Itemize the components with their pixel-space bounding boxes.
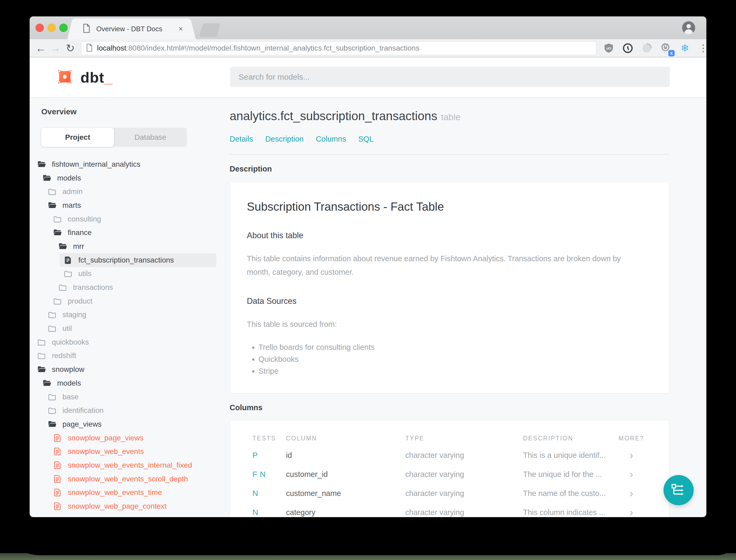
- page-favicon-icon: [83, 24, 91, 34]
- tree-item-consulting[interactable]: consulting: [49, 212, 217, 226]
- doc-sources-heading: Data Sources: [247, 296, 652, 306]
- grammarly-extension-icon[interactable]: [641, 43, 652, 54]
- tree-item-quickbooks[interactable]: quickbooks: [33, 335, 217, 349]
- test-badges: N: [253, 508, 286, 517]
- browser-menu-icon[interactable]: ⋮: [698, 43, 706, 54]
- url-text[interactable]: localhost:8080/index.html#!/model/model.…: [97, 44, 419, 52]
- folder-closed-icon: [37, 351, 46, 360]
- tree-item-snowplow_web_events_time[interactable]: snowplow_web_events_time: [49, 486, 217, 500]
- test-badges: P: [253, 451, 286, 460]
- address-bar[interactable]: localhost:8080/index.html#!/model/model.…: [81, 41, 596, 55]
- tree-item-base[interactable]: base: [44, 390, 217, 404]
- column-row-customer_name[interactable]: Ncustomer_namecharacter varyingThe name …: [253, 484, 647, 503]
- tree-item-fct_subscription_transactions[interactable]: fct_subscription_transactions: [60, 253, 217, 267]
- row-expand-chevron-icon[interactable]: ›: [618, 488, 647, 499]
- lineage-graph-button[interactable]: [663, 475, 694, 505]
- model-nav-sql[interactable]: SQL: [358, 135, 373, 143]
- folder-open-icon: [53, 228, 62, 237]
- model-nav-columns[interactable]: Columns: [316, 135, 346, 143]
- doc-sources-intro: This table is sourced from:: [247, 318, 628, 331]
- tree-item-snowplow_web_events[interactable]: snowplow_web_events: [49, 445, 217, 458]
- tree-item-label: finance: [68, 228, 92, 237]
- dbt-logo[interactable]: dbt_: [56, 68, 112, 87]
- tree-item-label: staging: [62, 310, 86, 319]
- folder-closed-icon: [53, 297, 62, 306]
- reload-button[interactable]: ↻: [63, 43, 78, 53]
- tree-item-utils[interactable]: utils: [60, 267, 217, 281]
- tree-item-redshift[interactable]: redshift: [33, 349, 217, 363]
- tree-item-staging[interactable]: staging: [44, 308, 217, 322]
- column-type: character varying: [405, 451, 523, 460]
- row-expand-chevron-icon[interactable]: ›: [618, 469, 647, 480]
- tab-close-icon[interactable]: ×: [178, 24, 183, 33]
- row-expand-chevron-icon[interactable]: ›: [618, 507, 647, 517]
- column-description: The name of the custo...: [523, 489, 618, 498]
- tree-item-transactions[interactable]: transactions: [55, 281, 217, 294]
- sidebar-tab-project[interactable]: Project: [41, 128, 114, 147]
- folder-open-icon: [48, 201, 57, 210]
- tree-item-label: identification: [62, 406, 104, 415]
- file-outline-icon: [53, 447, 62, 456]
- column-name: customer_name: [286, 489, 405, 498]
- zoom-window-button[interactable]: [59, 24, 68, 32]
- sidebar-tab-database[interactable]: Database: [114, 128, 187, 147]
- file-solid-icon: [64, 256, 73, 265]
- tree-item-label: snowplow_page_views: [68, 434, 143, 442]
- model-nav-description[interactable]: Description: [265, 135, 304, 143]
- model-nav-details[interactable]: Details: [230, 135, 253, 143]
- tree-item-label: redshift: [52, 351, 76, 360]
- tree-item-marts[interactable]: marts: [44, 198, 217, 212]
- test-badge-n[interactable]: N: [253, 489, 258, 498]
- column-header-more: MORE?: [618, 435, 647, 442]
- test-badge-n[interactable]: N: [260, 470, 266, 478]
- tree-item-identification[interactable]: identification: [44, 404, 217, 417]
- url-path: :8080/index.html#!/model/model.fishtown_…: [126, 44, 419, 52]
- row-expand-chevron-icon[interactable]: ›: [618, 450, 647, 460]
- browser-profile-avatar[interactable]: [681, 21, 696, 35]
- tree-item-product[interactable]: product: [49, 294, 217, 308]
- forward-button[interactable]: →: [48, 43, 63, 53]
- tree-item-finance[interactable]: finance: [49, 226, 217, 240]
- test-badge-n[interactable]: N: [253, 508, 258, 517]
- tree-item-snowplow_web_page_context[interactable]: snowplow_web_page_context: [49, 499, 217, 513]
- tree-item-label: utils: [78, 269, 92, 278]
- tree-item-label: snowplow: [52, 365, 84, 374]
- folder-closed-icon: [37, 338, 46, 347]
- browser-tab[interactable]: Overview - DBT Docs ×: [75, 19, 188, 39]
- page-security-icon[interactable]: [86, 43, 93, 53]
- tree-item-util[interactable]: util: [44, 322, 217, 335]
- tree-item-page_views[interactable]: page_views: [44, 417, 217, 431]
- close-window-button[interactable]: [35, 24, 44, 32]
- column-row-category[interactable]: Ncategorycharacter varyingThis column in…: [253, 503, 647, 517]
- minimize-window-button[interactable]: [47, 24, 56, 32]
- test-badge-p[interactable]: P: [253, 451, 258, 459]
- tree-item-label: models: [57, 379, 81, 387]
- back-button[interactable]: ←: [33, 43, 48, 53]
- column-row-id[interactable]: Pidcharacter varyingThis is a unique ide…: [253, 446, 647, 465]
- tree-item-snowplow_web_events_scroll_depth[interactable]: snowplow_web_events_scroll_depth: [49, 472, 217, 486]
- snowflake-extension-icon[interactable]: ❄: [679, 43, 690, 54]
- folder-closed-icon: [58, 283, 67, 292]
- tree-item-label: snowplow_web_page_context: [68, 502, 167, 511]
- tree-item-snowplow[interactable]: snowplow: [33, 363, 217, 376]
- search-input[interactable]: [230, 67, 670, 87]
- ublock-extension-icon[interactable]: uO: [603, 43, 614, 54]
- new-tab-button[interactable]: [199, 23, 221, 37]
- tree-item-mrr[interactable]: mrr: [55, 240, 217, 253]
- column-row-customer_id[interactable]: FNcustomer_idcharacter varyingThe unique…: [253, 465, 647, 484]
- tree-item-snowplow_web_events_internal_fixed[interactable]: snowplow_web_events_internal_fixed: [49, 458, 217, 472]
- tree-item-admin[interactable]: admin: [44, 185, 217, 198]
- test-badge-f[interactable]: F: [253, 470, 257, 478]
- tree-item-models[interactable]: models: [39, 376, 217, 390]
- tree-item-label: models: [57, 174, 81, 182]
- tree-item-snowplow_page_views[interactable]: snowplow_page_views: [49, 431, 217, 445]
- tree-item-fishtown_internal_analytics[interactable]: fishtown_internal_analytics: [33, 157, 217, 171]
- folder-closed-icon: [64, 269, 73, 278]
- sidebar-overview-link[interactable]: Overview: [41, 107, 226, 116]
- tree-item-models[interactable]: models: [39, 171, 217, 185]
- power-extension-icon[interactable]: x: [660, 43, 671, 54]
- column-type: character varying: [405, 508, 523, 517]
- tree-item-label: snowplow_web_events: [68, 447, 144, 456]
- onepassword-extension-icon[interactable]: [622, 43, 633, 54]
- browser-tab-strip: Overview - DBT Docs ×: [30, 16, 706, 39]
